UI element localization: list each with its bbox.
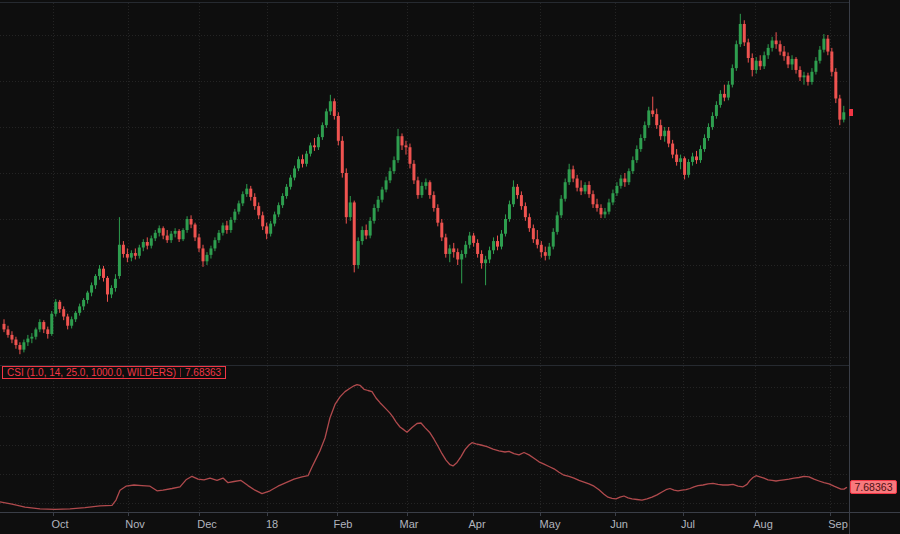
time-axis-label: Aug — [743, 518, 783, 530]
time-axis-label: Oct — [40, 518, 80, 530]
indicator-name: CSI (1.0, 14, 25.0, 1000.0, WILDERS) — [7, 367, 176, 378]
time-axis-label: 18 — [252, 518, 292, 530]
time-axis-label: Nov — [115, 518, 155, 530]
time-axis-label: Feb — [323, 518, 363, 530]
last-price-marker — [849, 109, 853, 116]
time-axis-label: Jun — [599, 518, 639, 530]
indicator-value-badge: 7.68363 — [850, 480, 897, 494]
legend-divider — [180, 368, 181, 377]
indicator-last-value: 7.68363 — [185, 367, 221, 378]
indicator-legend[interactable]: CSI (1.0, 14, 25.0, 1000.0, WILDERS) 7.6… — [2, 366, 226, 379]
time-axis-label: Mar — [389, 518, 429, 530]
chart-canvas[interactable] — [0, 0, 900, 534]
time-axis-label: Apr — [457, 518, 497, 530]
csi-indicator-line — [0, 385, 847, 510]
trading-chart-window: CSI (1.0, 14, 25.0, 1000.0, WILDERS) 7.6… — [0, 0, 900, 534]
time-axis-label: May — [530, 518, 570, 530]
time-axis-label: Jul — [668, 518, 708, 530]
time-scale-axis[interactable]: OctNovDec18FebMarAprMayJunJulAugSep — [0, 513, 900, 534]
price-scale-axis[interactable]: 125012001150110010501000950900252015105 — [850, 0, 900, 512]
time-axis-label: Sep — [818, 518, 858, 530]
time-axis-label: Dec — [187, 518, 227, 530]
